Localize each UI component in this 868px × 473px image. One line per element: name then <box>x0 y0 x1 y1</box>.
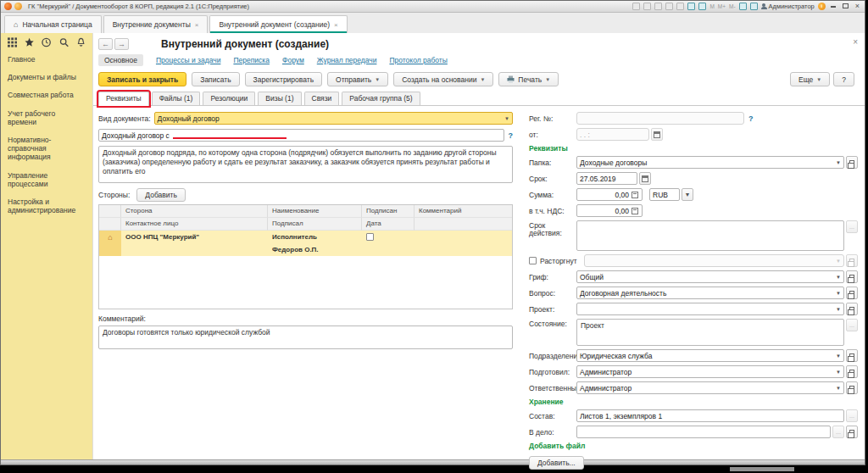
zoom-m-button[interactable]: M <box>709 3 714 9</box>
menu-grid-icon[interactable] <box>8 37 17 47</box>
col-party[interactable]: Сторона <box>121 205 268 218</box>
comment-cell[interactable] <box>415 231 512 243</box>
chevron-down-icon[interactable]: ▼ <box>833 386 843 391</box>
col-signed[interactable]: Подписан <box>362 205 415 218</box>
sum-field[interactable]: 0,00 <box>576 188 643 201</box>
reg-number-field[interactable] <box>576 112 744 125</box>
tab-resolutions[interactable]: Резолюции <box>203 92 255 105</box>
currency-dropdown-button[interactable]: ▼ <box>682 188 693 201</box>
tab-requisites[interactable]: Реквизиты <box>98 92 149 106</box>
tab-close-icon[interactable]: × <box>195 21 199 29</box>
app-logo-icon[interactable] <box>4 3 12 10</box>
col-signed-by[interactable]: Подписал <box>268 218 362 231</box>
sidebar-item-process-management[interactable]: Управление процессами <box>8 171 86 188</box>
calculator-tool-icon[interactable] <box>698 3 706 10</box>
terminated-field[interactable]: ▼ <box>584 254 844 267</box>
info-icon[interactable]: i <box>818 3 826 10</box>
composition-more-button[interactable]: ... <box>846 409 858 422</box>
calculator-icon[interactable] <box>632 192 642 198</box>
window-close-button[interactable]: × <box>854 3 861 10</box>
link-work-protocol[interactable]: Протокол работы <box>389 56 447 64</box>
state-field[interactable]: Проект <box>576 319 844 346</box>
history-clock-icon[interactable] <box>42 37 51 47</box>
chevron-down-icon[interactable]: ▼ <box>833 275 843 280</box>
col-date[interactable]: Дата <box>362 218 415 231</box>
save-button[interactable]: Записать <box>192 72 239 86</box>
send-icon[interactable] <box>665 3 673 10</box>
chevron-down-icon[interactable]: ▼ <box>833 160 843 165</box>
calendar-tool-icon[interactable] <box>687 3 695 10</box>
currency-field[interactable]: RUB <box>649 188 680 201</box>
sidebar-item-settings-administration[interactable]: Настройка и администрирование <box>8 198 86 214</box>
signed-checkbox[interactable] <box>366 233 374 241</box>
open-grif-icon[interactable] <box>846 270 858 283</box>
chevron-down-icon[interactable]: ▼ <box>833 370 843 375</box>
open-prepared-icon[interactable] <box>846 365 858 378</box>
sidebar-item-documents-files[interactable]: Документы и файлы <box>8 73 86 81</box>
due-date-field[interactable]: 27.05.2019 <box>576 172 637 185</box>
question-field[interactable]: Договорная деятельность▼ <box>576 287 844 299</box>
tab-files[interactable]: Файлы (1) <box>152 92 201 105</box>
grif-field[interactable]: Общий▼ <box>576 270 844 283</box>
link-transfer-log[interactable]: Журнал передачи <box>317 56 377 64</box>
table-empty-area[interactable] <box>99 256 512 309</box>
tab-visas[interactable]: Визы (1) <box>258 92 301 105</box>
tab-working-group[interactable]: Рабочая группа (5) <box>342 92 420 105</box>
state-more-button[interactable]: ... <box>846 319 858 331</box>
attach-icon[interactable] <box>676 3 684 10</box>
more-button[interactable]: Еще▼ <box>790 72 830 86</box>
open-question-icon[interactable] <box>846 287 858 299</box>
add-file-button[interactable]: Добавить... <box>529 456 584 470</box>
validity-field[interactable] <box>576 220 844 251</box>
add-party-button[interactable]: Добавить <box>136 188 186 202</box>
zoom-minus-button[interactable]: M- <box>729 3 736 9</box>
sidebar-item-collaboration[interactable]: Совместная работа <box>8 91 86 99</box>
link-processes-tasks[interactable]: Процессы и задачи <box>156 56 220 64</box>
case-field[interactable] <box>576 426 831 438</box>
forward-button[interactable]: → <box>114 38 129 50</box>
col-name[interactable]: Наименование <box>268 205 362 218</box>
project-field[interactable]: ▼ <box>576 303 844 315</box>
print-button[interactable]: Печать▼ <box>498 72 559 86</box>
calendar-icon[interactable] <box>639 172 651 185</box>
name-help-link[interactable]: ? <box>509 131 514 140</box>
tab-close-icon[interactable]: × <box>334 21 338 29</box>
notifications-bell-icon[interactable] <box>76 37 86 47</box>
send-button[interactable]: Отправить▼ <box>327 72 388 86</box>
case-more-button[interactable]: ... <box>832 426 844 438</box>
signed-by-cell[interactable]: Федоров О.П. <box>268 243 362 256</box>
back-button[interactable]: ← <box>98 38 113 50</box>
print-icon[interactable] <box>643 3 651 10</box>
sidebar-item-reference-info[interactable]: Нормативно-справочная информация <box>8 136 86 162</box>
document-description-field[interactable]: Доходный договор подряда, по которому од… <box>98 146 513 183</box>
party-cell[interactable]: ООО НПЦ "Меркурий" <box>121 231 268 243</box>
validity-more-button[interactable]: ... <box>846 220 858 233</box>
chevron-down-icon[interactable]: ▼ <box>833 307 843 312</box>
terminated-checkbox[interactable] <box>529 257 537 264</box>
signed-cell[interactable] <box>362 231 415 243</box>
panel-icon[interactable] <box>750 3 758 10</box>
magnifier-icon[interactable] <box>739 3 747 10</box>
preview-icon[interactable] <box>654 3 662 10</box>
tab-home[interactable]: ⌂ Начальная страница <box>4 15 102 33</box>
date-cell[interactable] <box>362 243 415 256</box>
prepared-by-field[interactable]: Администратор▼ <box>576 365 844 378</box>
col-comment[interactable]: Комментарий <box>415 205 512 218</box>
open-responsible-icon[interactable] <box>846 381 858 394</box>
role-cell[interactable]: Исполнитель <box>268 231 362 243</box>
tab-links[interactable]: Связи <box>304 92 340 105</box>
search-icon[interactable] <box>59 37 69 47</box>
calculator-icon[interactable] <box>632 208 642 214</box>
calendar-icon[interactable] <box>651 128 663 141</box>
create-based-on-button[interactable]: Создать на основании▼ <box>393 72 493 86</box>
reg-date-field[interactable]: . . : <box>576 128 649 141</box>
save-and-close-button[interactable]: Записать и закрыть <box>98 72 186 86</box>
comment-field[interactable]: Договоры готовятся только юридической сл… <box>98 326 513 349</box>
main-menu-icon[interactable] <box>14 3 22 10</box>
table-row[interactable]: ⌂ ООО НПЦ "Меркурий" Исполнитель <box>99 231 512 243</box>
tab-internal-document-create[interactable]: Внутренний документ (создание) × <box>209 15 347 33</box>
sidebar-item-main[interactable]: Главное <box>8 55 86 64</box>
tab-internal-documents[interactable]: Внутренние документы × <box>103 15 209 33</box>
favorites-star-icon[interactable] <box>25 37 34 47</box>
link-correspondence[interactable]: Переписка <box>233 56 270 64</box>
